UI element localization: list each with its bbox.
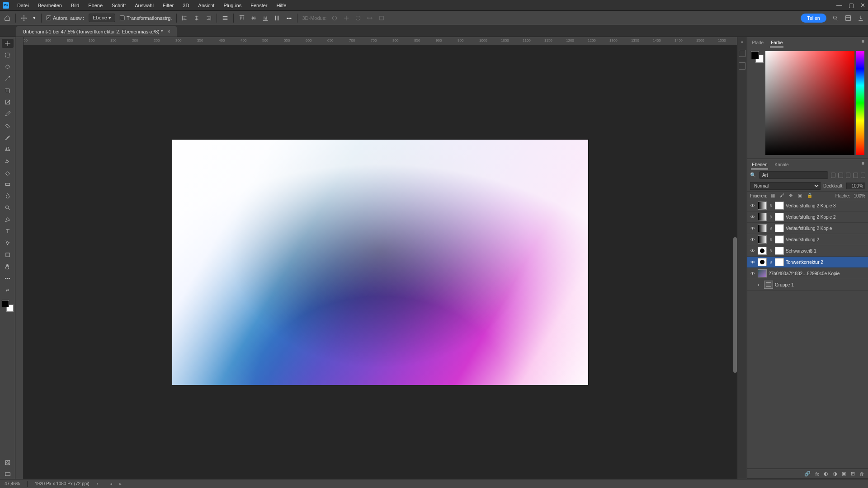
- lock-all-icon[interactable]: 🔒: [807, 193, 812, 198]
- align-top-icon[interactable]: [238, 14, 245, 22]
- close-tab-icon[interactable]: ×: [167, 28, 170, 35]
- filter-adjust-icon[interactable]: [838, 173, 843, 178]
- 3d-slide-icon[interactable]: [366, 14, 373, 22]
- menu-plugins[interactable]: Plug-ins: [219, 3, 246, 8]
- lock-pixels-icon[interactable]: 🖌: [780, 193, 785, 198]
- document-canvas[interactable]: [172, 140, 588, 385]
- window-minimize-icon[interactable]: —: [836, 2, 842, 9]
- tab-kanaele[interactable]: Kanäle: [774, 161, 789, 169]
- color-swatch-pair[interactable]: [751, 51, 764, 63]
- group-icon[interactable]: ▣: [842, 471, 846, 477]
- filter-smart-icon[interactable]: [861, 173, 865, 178]
- timeline-nav-left-icon[interactable]: ◂: [110, 481, 112, 486]
- brush-tool[interactable]: [2, 133, 14, 142]
- link-layers-icon[interactable]: 🔗: [804, 471, 811, 477]
- menu-bearbeiten[interactable]: Bearbeiten: [33, 3, 66, 8]
- layer-name[interactable]: Verlaufsfüllung 2 Kopie: [786, 226, 866, 231]
- layer-name[interactable]: Verlaufsfüllung 2: [786, 237, 866, 242]
- wand-tool[interactable]: [2, 74, 14, 83]
- layer-row[interactable]: 👁𝟾Verlaufsfüllung 2 Kopie 3: [747, 200, 868, 211]
- edit-toolbar-icon[interactable]: ⇄: [2, 286, 14, 295]
- quickmask-tool[interactable]: [2, 458, 14, 467]
- path-select-tool[interactable]: [2, 239, 14, 248]
- eyedropper-tool[interactable]: [2, 109, 14, 118]
- layer-name[interactable]: Schwarzweiß 1: [786, 249, 866, 253]
- filter-pixel-icon[interactable]: [831, 173, 835, 178]
- layer-name[interactable]: 27b0480a7f4882…82990c0e Kopie: [769, 271, 866, 276]
- lasso-tool[interactable]: [2, 62, 14, 71]
- layer-name[interactable]: Tonwertkorrektur 2: [786, 260, 866, 265]
- menu-filter[interactable]: Filter: [158, 3, 178, 8]
- workspace-icon[interactable]: [844, 14, 852, 22]
- vertical-scrollbar[interactable]: [732, 82, 738, 470]
- panel-menu-icon[interactable]: ≡: [862, 39, 864, 47]
- marquee-tool[interactable]: [2, 51, 14, 60]
- layer-name[interactable]: Verlaufsfüllung 2 Kopie 3: [786, 203, 866, 208]
- delete-layer-icon[interactable]: 🗑: [859, 471, 864, 477]
- align-left-icon[interactable]: [181, 14, 189, 22]
- canvas-viewport[interactable]: [24, 45, 737, 479]
- visibility-toggle[interactable]: 👁: [750, 260, 756, 265]
- 3d-pan-icon[interactable]: [343, 14, 350, 22]
- auto-select-checkbox[interactable]: Autom. ausw.:: [46, 15, 84, 21]
- pen-tool[interactable]: [2, 215, 14, 224]
- align-vmiddle-icon[interactable]: [250, 14, 257, 22]
- menu-schrift[interactable]: Schrift: [107, 3, 130, 8]
- menu-ansicht[interactable]: Ansicht: [193, 3, 219, 8]
- menu-auswahl[interactable]: Auswahl: [130, 3, 158, 8]
- timeline-nav-right-icon[interactable]: ▸: [119, 481, 122, 486]
- menu-bild[interactable]: Bild: [66, 3, 84, 8]
- hue-slider[interactable]: [856, 51, 864, 155]
- visibility-toggle[interactable]: 👁: [750, 203, 756, 208]
- fill-value[interactable]: 100%: [854, 193, 865, 198]
- menu-datei[interactable]: Datei: [13, 3, 33, 8]
- 3d-orbit-icon[interactable]: [331, 14, 338, 22]
- tab-farbe[interactable]: Farbe: [770, 39, 783, 47]
- hand-tool[interactable]: [2, 262, 14, 271]
- layer-row[interactable]: 👁𝟾Verlaufsfüllung 2 Kopie 2: [747, 211, 868, 223]
- new-layer-icon[interactable]: ⊞: [851, 471, 855, 477]
- history-brush-tool[interactable]: [2, 156, 14, 165]
- window-maximize-icon[interactable]: ▢: [849, 2, 854, 9]
- mask-icon[interactable]: ◐: [824, 471, 828, 477]
- visibility-toggle[interactable]: 👁: [750, 226, 756, 231]
- blur-tool[interactable]: [2, 192, 14, 201]
- collapse-toggle-icon[interactable]: «: [741, 40, 743, 44]
- layer-row[interactable]: 👁𝟾Schwarzweiß 1: [747, 245, 868, 257]
- layer-name[interactable]: Verlaufsfüllung 2 Kopie 2: [786, 215, 866, 220]
- document-tab[interactable]: Unbenannt-1 bei 47,5% (Tonwertkorrektur …: [16, 26, 177, 37]
- gradient-tool[interactable]: [2, 180, 14, 189]
- visibility-toggle[interactable]: 👁: [750, 215, 756, 220]
- visibility-toggle[interactable]: 👁: [750, 271, 756, 276]
- adjustment-icon[interactable]: ◑: [833, 471, 837, 477]
- blend-mode-select[interactable]: Normal: [750, 182, 821, 190]
- search-icon[interactable]: [832, 14, 839, 22]
- transform-controls-checkbox[interactable]: Transformationsstrg.: [120, 15, 172, 21]
- layer-row[interactable]: 👁27b0480a7f4882…82990c0e Kopie: [747, 268, 868, 279]
- collapsed-history-icon[interactable]: [739, 50, 746, 57]
- layers-panel-menu-icon[interactable]: ≡: [862, 161, 864, 169]
- frame-tool[interactable]: [2, 98, 14, 107]
- distribute-v-icon[interactable]: [274, 14, 281, 22]
- layer-row[interactable]: 👁𝟾Verlaufsfüllung 2: [747, 234, 868, 245]
- crop-tool[interactable]: [2, 86, 14, 95]
- tab-ebenen[interactable]: Ebenen: [751, 161, 768, 169]
- fx-icon[interactable]: fx: [815, 471, 819, 477]
- 3d-roll-icon[interactable]: [354, 14, 362, 22]
- zoom-level[interactable]: 47,46%: [5, 481, 20, 486]
- eraser-tool[interactable]: [2, 168, 14, 177]
- export-icon[interactable]: [857, 14, 864, 22]
- more-tools-icon[interactable]: •••: [2, 274, 14, 283]
- shape-tool[interactable]: [2, 250, 14, 259]
- filter-type-icon[interactable]: [846, 173, 850, 178]
- layer-row[interactable]: 👁𝟾Verlaufsfüllung 2 Kopie: [747, 223, 868, 234]
- dodge-tool[interactable]: [2, 203, 14, 212]
- home-icon[interactable]: [4, 14, 11, 22]
- menu-hilfe[interactable]: Hilfe: [272, 3, 291, 8]
- layer-name[interactable]: Gruppe 1: [775, 282, 866, 287]
- type-tool[interactable]: [2, 227, 14, 236]
- align-hcenter-icon[interactable]: [193, 14, 200, 22]
- color-swatches[interactable]: [2, 300, 14, 312]
- filter-shape-icon[interactable]: [853, 173, 858, 178]
- layer-row[interactable]: 👁𝟾Tonwertkorrektur 2: [747, 257, 868, 268]
